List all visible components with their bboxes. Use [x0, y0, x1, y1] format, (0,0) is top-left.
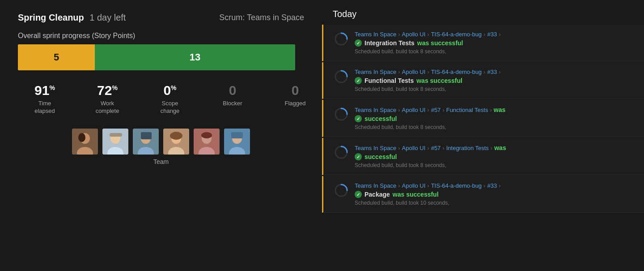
today-header: Today [322, 9, 644, 25]
avatar-2 [102, 129, 128, 155]
stat-work-complete-label: Workcomplete [96, 100, 119, 115]
breadcrumb-build-num-5[interactable]: #33 [487, 182, 497, 189]
svg-point-15 [170, 132, 182, 140]
svg-rect-23 [231, 132, 243, 138]
avatar-5 [194, 129, 220, 155]
build-spinner-3 [334, 107, 348, 121]
build-result-3: successful [364, 115, 397, 122]
avatar-2-img [102, 129, 128, 155]
team-label: Team [153, 158, 169, 165]
left-panel: Spring Cleanup 1 day left Scrum: Teams i… [0, 0, 322, 271]
stat-flagged: 0 Flagged [268, 84, 322, 108]
build-breadcrumb-4: Teams In Space › Apollo UI › #57 › Integ… [355, 144, 633, 151]
sprint-title: Spring Cleanup [18, 13, 84, 22]
build-status-row-1: Integration Tests was successful [355, 39, 633, 47]
build-breadcrumb-1: Teams In Space › Apollo UI › TIS-64-a-de… [355, 31, 633, 38]
breadcrumb-branch-5[interactable]: TIS-64-a-demo-bug [431, 182, 482, 189]
build-content-2: Teams In Space › Apollo UI › TIS-64-a-de… [355, 69, 633, 92]
breadcrumb-project-5[interactable]: Apollo UI [402, 182, 426, 189]
breadcrumb-branch-2[interactable]: TIS-64-a-demo-bug [431, 69, 482, 75]
stat-work-complete-value: 72% [97, 84, 118, 97]
svg-point-19 [201, 132, 212, 138]
avatar-6-img [224, 129, 250, 155]
success-icon-2 [355, 77, 362, 84]
stat-time-elapsed: 91% Timeelapsed [18, 84, 72, 115]
build-item-1[interactable]: Teams In Space › Apollo UI › TIS-64-a-de… [322, 25, 644, 61]
progress-done: 13 [95, 44, 295, 70]
build-meta-4: Scheduled build, build took 8 seconds, [355, 162, 633, 168]
build-meta-1: Scheduled build, build took 8 seconds, [355, 48, 633, 55]
breadcrumb-org-4[interactable]: Teams In Space [355, 145, 396, 151]
build-content-3: Teams In Space › Apollo UI › #57 › Funct… [355, 106, 633, 130]
avatar-6 [224, 129, 250, 155]
breadcrumb-org-5[interactable]: Teams In Space [355, 182, 396, 189]
build-meta-5: Scheduled build, build took 10 seconds, [355, 200, 633, 206]
build-breadcrumb-5: Teams In Space › Apollo UI › TIS-64-a-de… [355, 182, 633, 189]
avatar-3-img [133, 129, 159, 155]
breadcrumb-project-4[interactable]: Apollo UI [402, 145, 426, 151]
build-result-4: successful [364, 153, 397, 160]
build-spinner-2 [334, 69, 348, 84]
stat-blocker: 0 Blocker [206, 84, 259, 108]
avatar-5-img [194, 129, 220, 155]
sprint-days: 1 day left [89, 13, 126, 22]
breadcrumb-branch-4[interactable]: #57 [431, 145, 441, 151]
svg-rect-7 [110, 133, 122, 137]
avatar-1-img [72, 129, 98, 155]
success-icon-3 [355, 115, 362, 122]
stats-row: 91% Timeelapsed 72% Workcomplete 0% Scop… [18, 84, 304, 115]
progress-section: Overall sprint progress (Story Points) 5… [18, 32, 304, 70]
progress-section-title: Overall sprint progress (Story Points) [18, 32, 304, 40]
breadcrumb-build-num[interactable]: #33 [487, 31, 497, 38]
build-status-row-5: Package was successful [355, 191, 633, 198]
build-item-5[interactable]: Teams In Space › Apollo UI › TIS-64-a-de… [322, 176, 644, 213]
stat-scope-change-label: Scopechange [161, 100, 180, 115]
build-result-1: was successful [417, 39, 463, 47]
stat-flagged-value: 0 [292, 84, 299, 97]
breadcrumb-build-num-2[interactable]: #33 [487, 69, 497, 75]
build-status-row-2: Functional Tests was successful [355, 77, 633, 84]
avatar-1 [72, 129, 98, 155]
build-list: Teams In Space › Apollo UI › TIS-64-a-de… [322, 25, 644, 262]
svg-rect-11 [141, 132, 152, 139]
stat-time-elapsed-value: 91% [34, 84, 55, 97]
success-icon-4 [355, 153, 362, 160]
build-breadcrumb-2: Teams In Space › Apollo UI › TIS-64-a-de… [355, 69, 633, 75]
breadcrumb-org-2[interactable]: Teams In Space [355, 69, 396, 75]
build-item-4[interactable]: Teams In Space › Apollo UI › #57 › Integ… [322, 138, 644, 175]
sprint-header: Spring Cleanup 1 day left Scrum: Teams i… [18, 13, 304, 23]
build-name-5: Package [364, 191, 390, 198]
stat-blocker-value: 0 [229, 84, 237, 97]
build-item-2[interactable]: Teams In Space › Apollo UI › TIS-64-a-de… [322, 62, 644, 99]
build-item-3[interactable]: Teams In Space › Apollo UI › #57 › Funct… [322, 100, 644, 137]
build-name-1: Integration Tests [364, 39, 415, 47]
build-meta-2: Scheduled build, build took 8 seconds, [355, 86, 633, 92]
breadcrumb-project-2[interactable]: Apollo UI [402, 69, 426, 75]
breadcrumb-branch[interactable]: TIS-64-a-demo-bug [431, 31, 482, 38]
build-content-4: Teams In Space › Apollo UI › #57 › Integ… [355, 144, 633, 168]
progress-bar: 5 13 [18, 44, 295, 70]
build-result-2: was successful [416, 77, 462, 84]
avatar-3 [133, 129, 159, 155]
breadcrumb-project[interactable]: Apollo UI [402, 31, 426, 38]
success-icon-5 [355, 191, 362, 198]
build-result-3-inline: was [494, 106, 505, 113]
progress-todo: 5 [18, 44, 95, 70]
breadcrumb-build-num-3[interactable]: Functional Tests [446, 107, 488, 113]
stat-time-elapsed-label: Timeelapsed [34, 100, 55, 115]
sprint-title-area: Spring Cleanup 1 day left [18, 13, 126, 23]
breadcrumb-org[interactable]: Teams In Space [355, 31, 396, 38]
svg-point-3 [78, 133, 85, 142]
breadcrumb-branch-3[interactable]: #57 [431, 107, 441, 113]
breadcrumb-project-3[interactable]: Apollo UI [402, 107, 426, 113]
build-status-row-4: successful [355, 153, 633, 160]
stat-scope-change: 0% Scopechange [143, 84, 197, 115]
build-breadcrumb-3: Teams In Space › Apollo UI › #57 › Funct… [355, 106, 633, 113]
avatar-4 [163, 129, 189, 155]
breadcrumb-build-num-4[interactable]: Integration Tests [446, 145, 489, 151]
right-panel: Today Teams In Space › Apollo UI › TIS-6… [322, 0, 644, 271]
build-status-row-3: successful [355, 115, 633, 122]
stat-scope-change-value: 0% [163, 84, 176, 97]
build-content-1: Teams In Space › Apollo UI › TIS-64-a-de… [355, 31, 633, 55]
breadcrumb-org-3[interactable]: Teams In Space [355, 107, 396, 113]
